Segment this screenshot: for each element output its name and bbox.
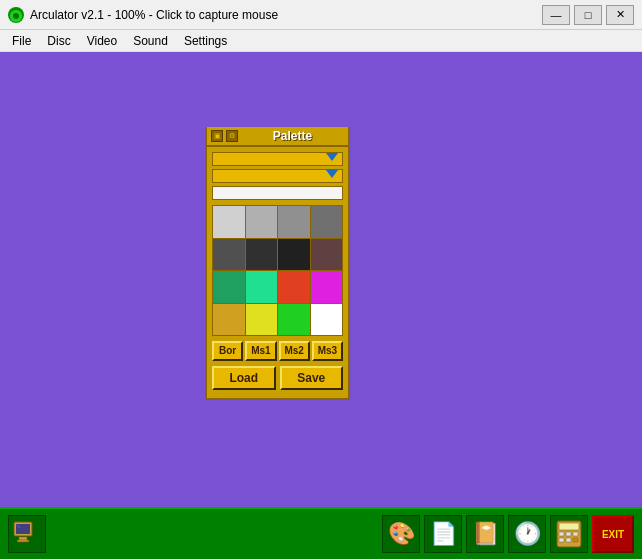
palette-titlebar[interactable]: ▣ ⚙ Palette xyxy=(207,127,348,147)
slider-cursor-2 xyxy=(326,170,338,178)
calculator-taskbar-icon[interactable] xyxy=(550,515,588,553)
color-cell[interactable] xyxy=(246,239,278,271)
color-grid xyxy=(212,205,343,336)
menu-file[interactable]: File xyxy=(4,32,39,50)
color-cell[interactable] xyxy=(246,271,278,303)
taskbar-left xyxy=(8,515,46,553)
minimize-button[interactable]: — xyxy=(542,5,570,25)
diary-taskbar-icon[interactable]: 📔 xyxy=(466,515,504,553)
svg-rect-14 xyxy=(566,532,571,536)
color-cell[interactable] xyxy=(213,206,245,238)
save-button[interactable]: Save xyxy=(280,366,344,390)
palette-taskbar-icon[interactable]: 🎨 xyxy=(382,515,420,553)
menu-bar: File Disc Video Sound Settings xyxy=(0,30,642,52)
ms2-button[interactable]: Ms2 xyxy=(279,341,310,361)
svg-rect-10 xyxy=(26,542,28,543)
menu-settings[interactable]: Settings xyxy=(176,32,235,50)
exit-taskbar-icon[interactable]: EXIT xyxy=(592,515,634,553)
palette-window: ▣ ⚙ Palette xyxy=(205,127,350,400)
svg-rect-17 xyxy=(566,538,571,542)
close-button[interactable]: ✕ xyxy=(606,5,634,25)
title-bar: Arculator v2.1 - 100% - Click to capture… xyxy=(0,0,642,30)
taskbar-right: 🎨 📄 📔 🕐 EXIT xyxy=(382,515,634,553)
svg-rect-13 xyxy=(559,532,564,536)
palette-icon2: ⚙ xyxy=(226,130,238,142)
color-cell[interactable] xyxy=(311,206,343,238)
ms3-button[interactable]: Ms3 xyxy=(312,341,343,361)
color-cell[interactable] xyxy=(311,271,343,303)
color-cell[interactable] xyxy=(213,304,245,336)
color-cell[interactable] xyxy=(278,206,310,238)
svg-rect-16 xyxy=(559,538,564,542)
action-buttons: Load Save xyxy=(212,366,343,390)
app-icon xyxy=(8,7,24,23)
color-cell[interactable] xyxy=(213,239,245,271)
color-slider-1[interactable] xyxy=(212,152,343,166)
clock-taskbar-icon[interactable]: 🕐 xyxy=(508,515,546,553)
mode-buttons: Bor Ms1 Ms2 Ms3 xyxy=(212,341,343,361)
svg-rect-15 xyxy=(573,532,578,536)
color-cell[interactable] xyxy=(278,271,310,303)
color-cell[interactable] xyxy=(246,206,278,238)
color-cell[interactable] xyxy=(311,239,343,271)
exit-label: EXIT xyxy=(602,529,624,540)
svg-rect-9 xyxy=(23,542,25,543)
color-cell[interactable] xyxy=(213,271,245,303)
palette-title: Palette xyxy=(241,129,344,143)
menu-video[interactable]: Video xyxy=(79,32,125,50)
ms1-button[interactable]: Ms1 xyxy=(245,341,276,361)
svg-rect-7 xyxy=(17,542,19,543)
svg-rect-4 xyxy=(19,537,27,540)
color-cell[interactable] xyxy=(246,304,278,336)
folder-taskbar-icon[interactable]: 📄 xyxy=(424,515,462,553)
svg-point-1 xyxy=(13,13,19,19)
slider-cursor-1 xyxy=(326,153,338,161)
window-controls: — □ ✕ xyxy=(542,5,634,25)
taskbar: 🎨 📄 📔 🕐 EXIT xyxy=(0,507,642,559)
color-cell[interactable] xyxy=(278,304,310,336)
color-cell[interactable] xyxy=(311,304,343,336)
load-button[interactable]: Load xyxy=(212,366,276,390)
svg-rect-8 xyxy=(20,542,22,543)
color-slider-2[interactable] xyxy=(212,169,343,183)
window-title: Arculator v2.1 - 100% - Click to capture… xyxy=(30,8,542,22)
bor-button[interactable]: Bor xyxy=(212,341,243,361)
svg-rect-12 xyxy=(559,523,579,530)
main-area: ▣ ⚙ Palette xyxy=(0,52,642,507)
color-slider-3[interactable] xyxy=(212,186,343,200)
menu-sound[interactable]: Sound xyxy=(125,32,176,50)
svg-rect-18 xyxy=(573,538,578,542)
computer-icon[interactable] xyxy=(8,515,46,553)
menu-disc[interactable]: Disc xyxy=(39,32,78,50)
palette-body: Bor Ms1 Ms2 Ms3 Load Save xyxy=(207,147,348,398)
color-cell[interactable] xyxy=(278,239,310,271)
maximize-button[interactable]: □ xyxy=(574,5,602,25)
palette-icon1: ▣ xyxy=(211,130,223,142)
